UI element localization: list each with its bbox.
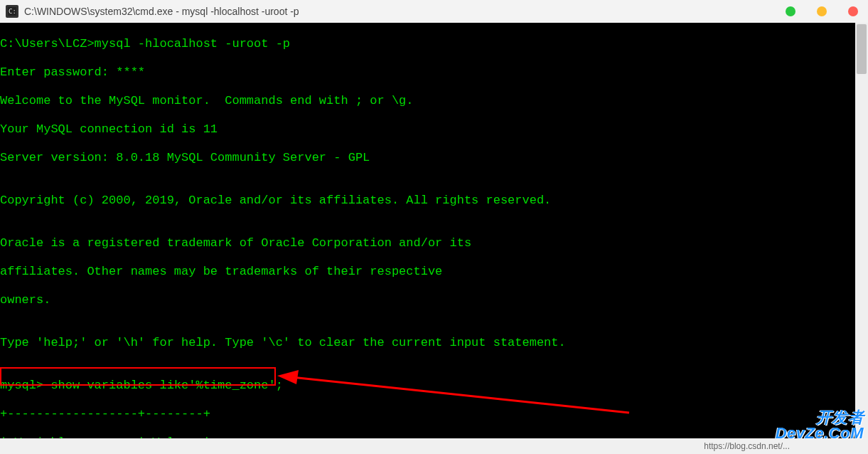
terminal-output[interactable]: C:\Users\LCZ>mysql -hlocalhost -uroot -p… <box>0 23 868 454</box>
terminal-line: Copyright (c) 2000, 2019, Oracle and/or … <box>0 194 868 208</box>
terminal-line: Your MySQL connection id is 11 <box>0 122 868 137</box>
close-button[interactable] <box>848 6 858 16</box>
cmd-icon: C: <box>6 5 18 18</box>
minimize-button[interactable] <box>786 6 795 16</box>
terminal-line: +------------------+--------+ <box>0 407 868 421</box>
terminal-line: Welcome to the MySQL monitor. Commands e… <box>0 94 868 108</box>
terminal-line: C:\Users\LCZ>mysql -hlocalhost -uroot -p <box>0 37 868 51</box>
status-url: https://blog.csdn.net/... <box>704 441 790 451</box>
terminal-line: Oracle is a registered trademark of Orac… <box>0 236 868 250</box>
terminal-line: Server version: 8.0.18 MySQL Community S… <box>0 151 868 165</box>
terminal-line: owners. <box>0 293 868 307</box>
terminal-line: affiliates. Other names may be trademark… <box>0 265 868 279</box>
maximize-button[interactable] <box>817 6 827 16</box>
scrollbar-thumb[interactable] <box>857 24 867 74</box>
window-title: C:\WINDOWS\system32\cmd.exe - mysql -hlo… <box>24 6 299 17</box>
status-bar: https://blog.csdn.net/... <box>0 438 868 454</box>
terminal-line: Type 'help;' or '\h' for help. Type '\c'… <box>0 336 868 350</box>
terminal-line: Enter password: **** <box>0 65 868 80</box>
window-titlebar: C: C:\WINDOWS\system32\cmd.exe - mysql -… <box>0 0 868 23</box>
terminal-line: mysql> show variables like'%time_zone'; <box>0 379 868 393</box>
svg-text:C:: C: <box>9 8 16 15</box>
window-controls <box>786 0 858 23</box>
vertical-scrollbar[interactable] <box>855 23 868 438</box>
